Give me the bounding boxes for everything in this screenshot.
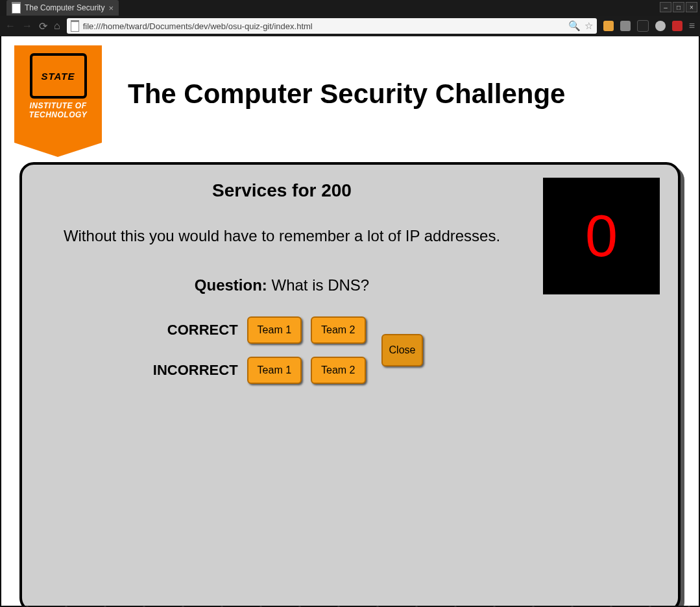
logo-line2: TECHNOLOGY	[14, 110, 102, 119]
extension-icon-4[interactable]	[672, 21, 682, 31]
close-button[interactable]: Close	[381, 334, 424, 366]
zoom-icon[interactable]: 🔍	[568, 20, 581, 32]
logo-line1: INSTITUTE OF	[14, 101, 102, 110]
button-area: CORRECT Team 1 Team 2 INCORRECT Team 1 T…	[40, 316, 524, 384]
correct-team2-button[interactable]: Team 2	[311, 316, 365, 344]
address-bar[interactable]: file:///home/tward/Documents/dev/web/osu…	[67, 18, 597, 34]
clue-text: Without this you would have to remember …	[40, 227, 524, 245]
correct-row: CORRECT Team 1 Team 2	[141, 316, 366, 344]
tab-close-icon[interactable]: ×	[108, 4, 114, 12]
category-points: Services for 200	[40, 180, 524, 201]
browser-toolbar: ← → ⟳ ⌂ file:///home/tward/Documents/dev…	[0, 16, 700, 37]
extension-icon-2[interactable]	[637, 20, 649, 32]
logo-shield-text: STATE	[42, 71, 75, 82]
correct-label: CORRECT	[141, 322, 238, 339]
quiz-card: Services for 200 Without this you would …	[19, 162, 681, 606]
timer-display: 0	[543, 178, 660, 294]
page-file-icon	[71, 20, 79, 32]
timer-value: 0	[585, 203, 618, 270]
incorrect-row: INCORRECT Team 1 Team 2	[141, 357, 366, 384]
browser-viewport: STATE INSTITUTE OF TECHNOLOGY The Comput…	[1, 36, 699, 606]
gear-icon[interactable]	[620, 21, 631, 31]
question-area: Services for 200 Without this you would …	[40, 176, 524, 384]
answer-text: What is DNS?	[271, 276, 369, 294]
page-title: The Computer Security Challenge	[128, 78, 565, 110]
bookmark-star-icon[interactable]: ☆	[585, 20, 593, 32]
window-titlebar: The Computer Security × – □ ×	[0, 0, 700, 16]
page-content: STATE INSTITUTE OF TECHNOLOGY The Comput…	[1, 36, 699, 606]
extension-icon-3[interactable]	[655, 21, 666, 31]
window-minimize-button[interactable]: –	[660, 2, 671, 12]
question-label: Question:	[195, 276, 267, 294]
reload-button[interactable]: ⟳	[39, 20, 47, 32]
home-button[interactable]: ⌂	[54, 20, 60, 32]
incorrect-team1-button[interactable]: Team 1	[247, 357, 302, 384]
page-icon	[12, 2, 21, 14]
tab-title: The Computer Security	[25, 3, 104, 12]
back-button[interactable]: ←	[5, 20, 16, 32]
incorrect-team2-button[interactable]: Team 2	[311, 357, 365, 384]
logo-shield-icon: STATE	[30, 53, 87, 99]
url-text: file:///home/tward/Documents/dev/web/osu…	[83, 21, 313, 31]
window-close-button[interactable]: ×	[686, 2, 697, 12]
forward-button[interactable]: →	[22, 20, 32, 32]
page-header: STATE INSTITUTE OF TECHNOLOGY The Comput…	[14, 45, 686, 143]
menu-icon[interactable]: ≡	[689, 20, 695, 32]
osu-logo: STATE INSTITUTE OF TECHNOLOGY	[14, 45, 102, 143]
incorrect-label: INCORRECT	[141, 362, 238, 379]
window-maximize-button[interactable]: □	[673, 2, 684, 12]
correct-team1-button[interactable]: Team 1	[247, 316, 302, 344]
extension-icon-1[interactable]	[603, 21, 614, 31]
answer-line: Question: What is DNS?	[40, 276, 524, 294]
browser-tab[interactable]: The Computer Security ×	[6, 0, 119, 16]
